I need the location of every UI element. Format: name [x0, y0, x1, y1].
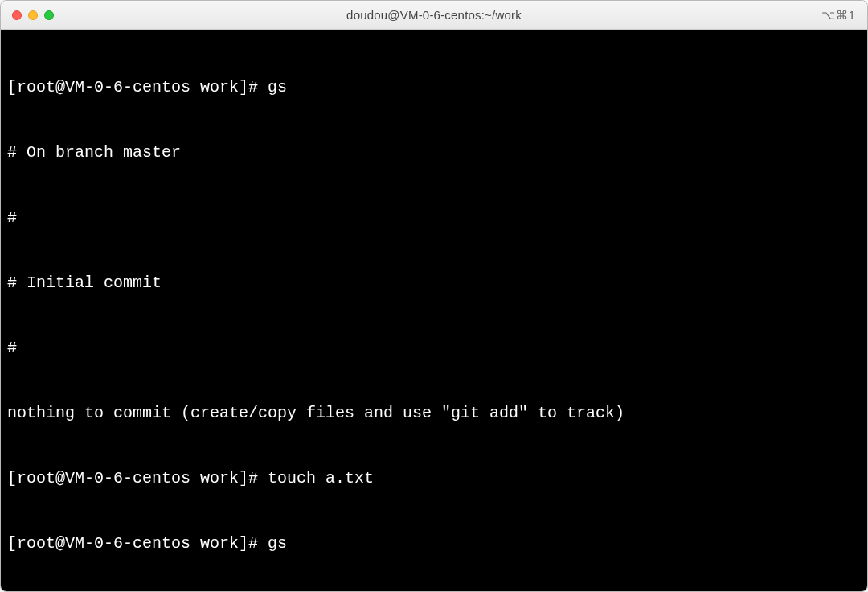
terminal-line: nothing to commit (create/copy files and… — [7, 402, 861, 424]
traffic-lights — [1, 10, 54, 20]
terminal-line: # — [7, 207, 861, 228]
titlebar: doudou@VM-0-6-centos:~/work ⌥⌘1 — [1, 1, 867, 30]
terminal-line: # Initial commit — [7, 272, 861, 294]
terminal-line: # On branch master — [7, 142, 861, 163]
terminal-line: [root@VM-0-6-centos work]# touch a.txt — [7, 467, 861, 489]
terminal-line: [root@VM-0-6-centos work]# gs — [7, 532, 861, 554]
minimize-icon[interactable] — [28, 10, 38, 20]
terminal-line: # — [7, 337, 861, 359]
terminal-window: doudou@VM-0-6-centos:~/work ⌥⌘1 [root@VM… — [0, 0, 868, 592]
terminal-area[interactable]: [root@VM-0-6-centos work]# gs # On branc… — [1, 30, 867, 591]
terminal-line: [root@VM-0-6-centos work]# gs — [7, 76, 861, 98]
maximize-icon[interactable] — [44, 10, 54, 20]
window-title: doudou@VM-0-6-centos:~/work — [1, 8, 867, 22]
shortcut-indicator: ⌥⌘1 — [821, 8, 867, 23]
close-icon[interactable] — [12, 10, 22, 20]
